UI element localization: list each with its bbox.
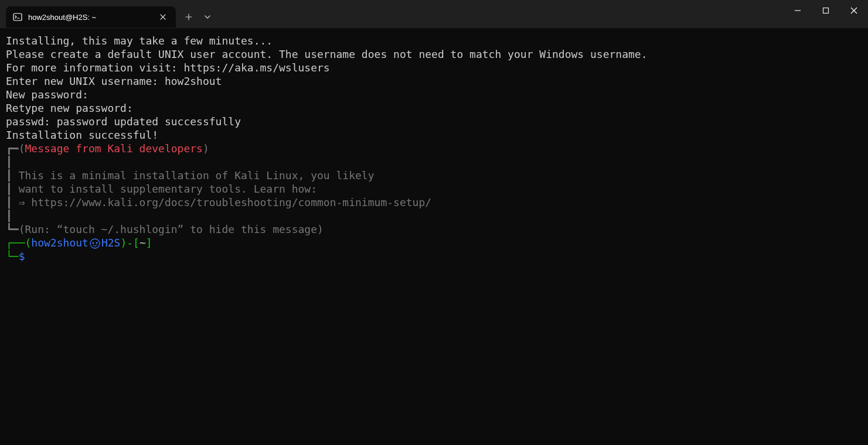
prompt-line-1: ┌──(how2shoutH2S)-[~] <box>6 236 862 249</box>
close-button[interactable] <box>840 0 868 21</box>
terminal-line: Please create a default UNIX user accoun… <box>6 47 862 61</box>
terminal-line: passwd: password updated successfully <box>6 115 862 128</box>
terminal-line: Retype new password: <box>6 101 862 115</box>
prompt-host: H2S <box>101 237 121 249</box>
box-paren: ) <box>203 142 209 155</box>
kali-skull-icon <box>88 237 101 249</box>
maximize-button[interactable] <box>812 0 840 21</box>
titlebar: how2shout@H2S: ~ <box>0 0 868 28</box>
svg-point-12 <box>96 242 97 244</box>
terminal-output[interactable]: Installing, this may take a few minutes.… <box>0 28 868 445</box>
prompt-bracket: [ <box>133 237 139 249</box>
prompt-path: ~ <box>139 237 146 249</box>
box-pipe: ┃ <box>6 155 862 169</box>
prompt-user: how2shout <box>31 237 88 249</box>
prompt-symbol: $ <box>19 250 25 262</box>
terminal-icon <box>13 12 22 22</box>
terminal-line: Enter new UNIX username: how2shout <box>6 74 862 88</box>
prompt-dash: - <box>127 237 133 249</box>
tab-close-button[interactable] <box>157 11 169 23</box>
terminal-line: Installation successful! <box>6 128 862 142</box>
tab-title: how2shout@H2S: ~ <box>28 13 151 22</box>
box-pipe: ┃ <box>6 209 862 222</box>
new-tab-button[interactable] <box>178 6 199 28</box>
tab-dropdown-button[interactable] <box>199 6 216 28</box>
box-corner: ┗━( <box>6 223 25 235</box>
kali-message-line: ┃ ⇒ https://www.kali.org/docs/troublesho… <box>6 196 862 209</box>
box-paren: ) <box>317 223 324 235</box>
prompt-corner: └─ <box>6 250 19 262</box>
prompt-paren: ( <box>25 237 32 249</box>
terminal-line: New password: <box>6 88 862 101</box>
prompt-corner: ┌── <box>6 237 25 249</box>
terminal-tab[interactable]: how2shout@H2S: ~ <box>6 6 176 28</box>
terminal-line: For more information visit: https://aka.… <box>6 61 862 74</box>
kali-footer-text: Run: “touch ~/.hushlogin” to hide this m… <box>25 223 318 235</box>
minimize-button[interactable] <box>784 0 812 21</box>
window-controls <box>784 0 868 21</box>
kali-message-line: ┃ want to install supplementary tools. L… <box>6 182 862 196</box>
svg-rect-0 <box>13 13 22 20</box>
svg-point-11 <box>92 242 94 244</box>
svg-rect-7 <box>823 8 829 13</box>
tab-area: how2shout@H2S: ~ <box>0 0 216 28</box>
kali-message-footer: ┗━(Run: “touch ~/.hushlogin” to hide thi… <box>6 222 862 236</box>
kali-message-header: ┏━(Message from Kali developers) <box>6 142 862 155</box>
kali-header-text: Message from Kali developers <box>25 142 203 155</box>
box-corner: ┏━( <box>6 142 25 155</box>
svg-point-10 <box>90 239 100 248</box>
prompt-line-2: └─$ <box>6 249 862 263</box>
prompt-bracket: ] <box>146 237 152 249</box>
prompt-paren: ) <box>120 237 127 249</box>
kali-message-line: ┃ This is a minimal installation of Kali… <box>6 169 862 182</box>
terminal-line: Installing, this may take a few minutes.… <box>6 34 862 47</box>
